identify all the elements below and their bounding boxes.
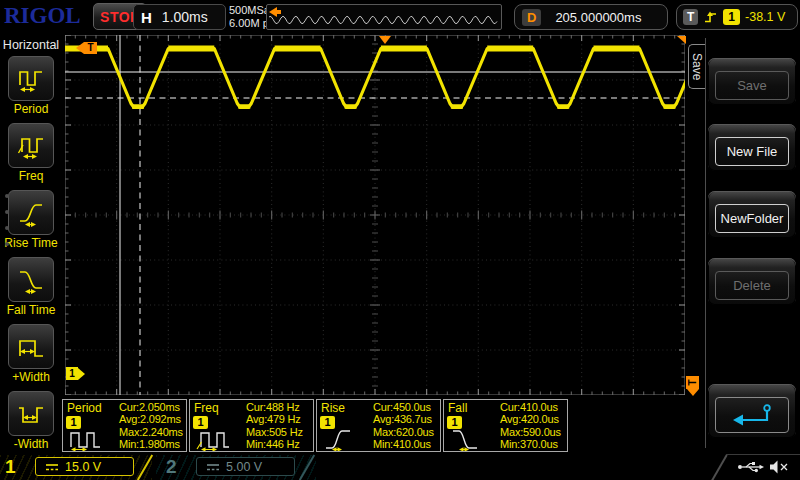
scroll-dot-icon [5, 242, 9, 246]
channel1-scale-box[interactable]: 15.0 V [35, 457, 134, 476]
memory-position-marker-tail [277, 10, 281, 14]
new-file-button[interactable]: New File [708, 124, 796, 171]
arrow-left-icon [76, 42, 84, 54]
measurement-stat: Cur:2.050ms [119, 401, 183, 413]
oscilloscope-screen: RIGOL STOP H 1.00ms 500MSa/s 6.00M pts D… [0, 0, 800, 480]
fall-time-button[interactable] [8, 257, 54, 302]
trigger-position-marker-icon[interactable] [379, 36, 391, 44]
measurement-stat: Avg:2.092ms [119, 413, 183, 425]
width-button[interactable] [8, 391, 54, 436]
trigger-offscreen-marker: T [76, 42, 97, 54]
measurement-name: Freq [194, 401, 219, 415]
waveform-display [65, 35, 685, 395]
menu-item-fall-time: Fall Time [0, 257, 62, 317]
measurement-panel-freq: Freq1Cur:488 HzAvg:479 HzMax:505 HzMin:4… [189, 399, 314, 452]
measurement-stat: Min:370.0us [500, 438, 561, 450]
menu-item-period: Period [0, 56, 62, 116]
channel-status-bar: 1 15.0 V 2 5.00 V [0, 455, 800, 480]
memory-waveform-icon [267, 5, 499, 27]
menu-item-label: -Width [0, 437, 62, 451]
measurement-name: Fall [448, 401, 467, 415]
fall-measure-icon [450, 427, 486, 455]
measurement-panel-rise: Rise1Cur:450.0usAvg:436.7usMax:620.0usMi… [316, 399, 441, 452]
status-area-border [726, 454, 800, 455]
timebase-box: H 1.00ms [133, 4, 226, 30]
trigger-badge: T [683, 9, 698, 25]
rise-measure-icon [323, 427, 359, 455]
menu-item-label: Period [0, 102, 62, 116]
menu-divider [705, 38, 706, 448]
save-button[interactable]: Save [708, 58, 796, 105]
menu-item-freq: Freq [0, 123, 62, 183]
period-button[interactable] [8, 56, 54, 101]
usb-icon [737, 460, 765, 474]
measurement-stat: Max:590.0us [500, 426, 561, 438]
measurement-panel-period: Period1Cur:2.050msAvg:2.092msMax:2.240ms… [62, 399, 187, 452]
menu-item-width: -Width [0, 391, 62, 451]
plus-width-icon [16, 332, 46, 362]
measurement-stat: Cur:410.0us [500, 401, 561, 413]
menu-item-label: Freq [0, 169, 62, 183]
arrow-right-icon [78, 368, 85, 380]
button-label: Save [715, 71, 789, 100]
period-measure-icon [69, 427, 105, 455]
menu-item-label: Fall Time [0, 303, 62, 317]
channel2-scale-box[interactable]: 5.00 V [196, 457, 295, 476]
speaker-muted-icon [768, 460, 790, 474]
channel1-ground-marker[interactable]: 1 [66, 367, 85, 380]
rise-time-icon [16, 198, 46, 228]
trigger-source-badge: 1 [723, 9, 740, 25]
button-label: NewFolder [715, 204, 789, 233]
left-softkey-menu: Horizontal PeriodFreqRise TimeFall Time+… [0, 32, 62, 455]
fall-time-icon [16, 265, 46, 295]
measurement-stat: Min:446 Hz [246, 438, 303, 450]
button-label: New File [715, 137, 789, 166]
menu-title: Horizontal [0, 38, 62, 52]
status-divider [710, 455, 727, 480]
freq-measure-icon [196, 427, 232, 455]
width-button[interactable] [8, 324, 54, 369]
timebase-label: H [141, 9, 152, 26]
measurement-stat: Avg:479 Hz [246, 413, 303, 425]
newfolder-button[interactable]: NewFolder [708, 191, 796, 238]
measurement-panel-fall: Fall1Cur:410.0usAvg:420.0usMax:590.0usMi… [443, 399, 568, 452]
timebase-value: 1.00ms [162, 9, 208, 25]
horizontal-delay-box: D 205.000000ms [514, 4, 668, 30]
delay-badge: D [522, 9, 541, 26]
dc-coupling-icon [206, 462, 220, 472]
memory-position-marker-icon [269, 7, 277, 17]
measurement-stat: Cur:450.0us [373, 401, 434, 413]
measurement-stat: Cur:488 Hz [246, 401, 303, 413]
rigol-logo: RIGOL [4, 3, 81, 29]
delete-button[interactable]: Delete [708, 258, 796, 305]
freq-icon [16, 131, 46, 161]
measurement-stat: Max:2.240ms [119, 426, 183, 438]
measurement-name: Rise [321, 401, 345, 415]
back-button[interactable] [708, 384, 796, 438]
delay-value: 205.000000ms [555, 10, 641, 25]
rise-time-button[interactable] [8, 190, 54, 235]
menu-item-width: +Width [0, 324, 62, 384]
minus-width-icon [16, 399, 46, 429]
right-softkey-menu: Save SaveNew FileNewFolderDelete [685, 32, 800, 455]
measurement-stat: Avg:436.7us [373, 413, 434, 425]
menu-item-label: Rise Time [0, 236, 62, 250]
freq-button[interactable] [8, 123, 54, 168]
waveform-memory-preview [266, 4, 502, 30]
scroll-dot-icon [5, 210, 9, 214]
period-icon [16, 64, 46, 94]
scroll-dot-icon [5, 226, 9, 230]
rising-edge-trigger-icon [703, 9, 718, 25]
channel2-number[interactable]: 2 [166, 456, 177, 478]
measurement-stat: Max:505 Hz [246, 426, 303, 438]
measurement-name: Period [67, 401, 102, 415]
channel1-number[interactable]: 1 [5, 456, 16, 478]
measurement-stat: Avg:420.0us [500, 413, 561, 425]
measurement-stat: Max:620.0us [373, 426, 434, 438]
dc-coupling-icon [45, 462, 59, 472]
menu-tab-save: Save [688, 44, 705, 89]
menu-item-label: +Width [0, 370, 62, 384]
channel2-scale: 5.00 V [226, 460, 262, 474]
trigger-level-value: -38.1 V [745, 10, 785, 24]
return-arrow-icon [728, 403, 776, 427]
